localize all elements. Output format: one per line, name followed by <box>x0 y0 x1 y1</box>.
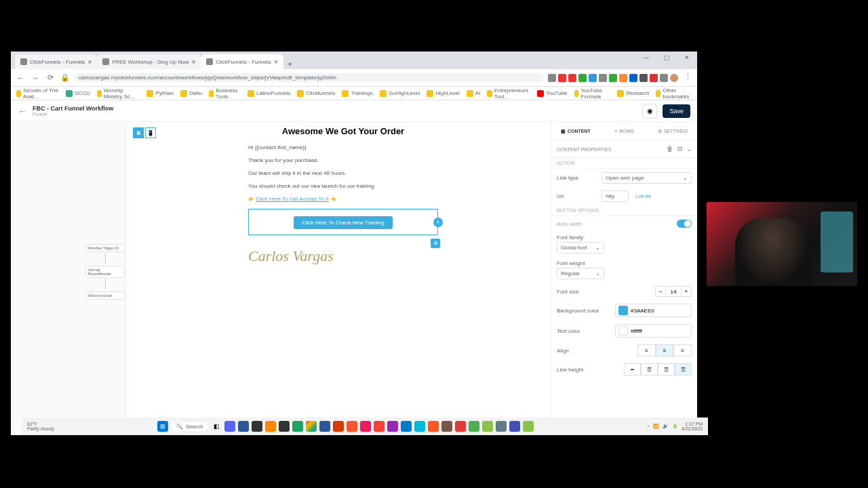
close-tab-icon[interactable]: × <box>274 58 278 66</box>
bookmark-item[interactable]: AI <box>467 90 481 97</box>
bookmark-item[interactable]: Trainings <box>342 90 373 97</box>
mobile-view-button[interactable]: 📱 <box>145 127 156 138</box>
ext-icon[interactable] <box>650 74 658 82</box>
bookmark-item[interactable]: Worship Ministry Sc... <box>97 87 140 100</box>
bookmark-item[interactable]: GoHighLevel <box>380 90 420 97</box>
background-color-field[interactable]: #3AAEE0 <box>615 304 692 317</box>
font-family-select[interactable]: Global font⌄ <box>557 242 604 253</box>
profile-avatar[interactable] <box>670 74 678 82</box>
ext-icon[interactable] <box>660 74 668 82</box>
bookmark-item[interactable]: Clickfunnels <box>297 90 335 97</box>
taskbar-app-icon[interactable] <box>333 421 344 432</box>
close-tab-icon[interactable]: × <box>191 58 195 66</box>
wifi-icon[interactable]: 📶 <box>653 424 659 429</box>
browser-tab[interactable]: ClickFunnels - Funnels× <box>201 54 283 69</box>
bookmark-item[interactable]: Business Tools <box>209 87 241 100</box>
tab-rows[interactable]: ≡ROWS <box>600 122 649 140</box>
taskbar-app-icon[interactable] <box>265 421 276 432</box>
menu-button[interactable]: ⋮ <box>682 73 693 83</box>
taskbar-app-icon[interactable] <box>469 421 479 432</box>
email-title[interactable]: Awesome We Got Your Order <box>248 126 438 136</box>
align-center-button[interactable]: ≡ <box>656 344 674 357</box>
cta-button[interactable]: Click Here To Check New Training <box>294 216 392 229</box>
add-block-button[interactable]: + <box>433 218 443 227</box>
bookmark-item[interactable]: Datto <box>180 90 202 97</box>
ext-icon[interactable] <box>639 74 648 82</box>
taskbar-app-icon[interactable] <box>224 421 235 432</box>
other-bookmarks[interactable]: Other bookmarks <box>656 87 692 100</box>
workflow-step[interactable]: Add tag: RecentMember <box>85 266 125 278</box>
browser-tab[interactable]: ClickFunnels - Funnels× <box>15 54 97 69</box>
email-greeting[interactable]: Hi {{contact.first_name}} <box>248 144 438 150</box>
clock-date[interactable]: 4/22/2023 <box>682 426 703 431</box>
bookmark-item[interactable]: Pythian <box>146 90 174 97</box>
close-button[interactable]: ✕ <box>677 52 697 64</box>
line-height-button[interactable]: ☰ <box>641 363 658 375</box>
taskbar-app-icon[interactable] <box>279 421 290 432</box>
taskbar-app-icon[interactable] <box>252 421 262 432</box>
increase-button[interactable]: + <box>681 286 692 297</box>
taskbar-app-icon[interactable] <box>509 421 520 432</box>
browser-tab[interactable]: FREE Workshop - Sing Up Now× <box>97 54 201 69</box>
new-tab-button[interactable]: + <box>283 60 297 69</box>
tab-content[interactable]: ▦CONTENT <box>551 122 600 140</box>
font-weight-select[interactable]: Regular⌄ <box>557 268 604 279</box>
button-block-selected[interactable]: Click Here To Check New Training + ⧉ <box>248 209 438 235</box>
auto-width-toggle[interactable] <box>677 220 692 228</box>
email-body-line[interactable]: You should check out our new launch for … <box>248 183 438 189</box>
battery-icon[interactable]: 🔋 <box>672 424 678 429</box>
align-right-button[interactable]: ≡ <box>673 344 692 357</box>
start-button[interactable]: ⊞ <box>157 421 168 432</box>
bookmark-item[interactable]: LatinoFunnels <box>248 90 290 97</box>
line-height-button[interactable]: ☰ <box>658 363 675 375</box>
taskbar-app-icon[interactable] <box>387 421 398 432</box>
tray-chevron-icon[interactable]: ^ <box>648 424 650 429</box>
link-file-link[interactable]: Link file <box>635 194 652 199</box>
reload-button[interactable]: ⟳ <box>45 73 56 83</box>
taskbar-app-icon[interactable] <box>441 421 452 432</box>
ext-icon[interactable] <box>609 74 617 82</box>
bookmark-item[interactable]: SCCU <box>66 90 90 97</box>
forward-button[interactable]: → <box>30 73 41 83</box>
minimize-button[interactable]: ― <box>636 52 656 64</box>
decrease-button[interactable]: − <box>655 286 666 297</box>
collapse-icon[interactable]: ⌄ <box>686 145 692 153</box>
bookmark-item[interactable]: YouTube Formula <box>574 87 611 100</box>
maximize-button[interactable]: ▢ <box>656 52 677 64</box>
url-input[interactable]: http <box>601 190 629 202</box>
taskbar-app-icon[interactable] <box>306 421 317 432</box>
workflow-step[interactable]: Welcome Email <box>85 291 125 300</box>
ext-icon[interactable] <box>578 74 587 82</box>
taskbar-app-icon[interactable] <box>401 421 412 432</box>
email-body-line[interactable]: Thank you for your purchase. <box>248 157 438 163</box>
ext-icon[interactable] <box>589 74 597 82</box>
bookmark-item[interactable]: Entrepreneurs Tool... <box>487 87 530 100</box>
taskbar-app-icon[interactable] <box>496 421 507 432</box>
duplicate-icon[interactable]: ⧉ <box>677 145 682 153</box>
task-view-button[interactable]: ◧ <box>211 421 222 432</box>
email-link[interactable]: Click Here To Get Access To It <box>256 196 328 202</box>
tab-settings[interactable]: ⚙SETTINGS <box>648 122 697 140</box>
bookmark-item[interactable]: Research <box>617 90 649 97</box>
taskbar-app-icon[interactable] <box>523 421 534 432</box>
back-arrow-button[interactable]: ← <box>18 106 27 117</box>
align-left-button[interactable]: ≡ <box>637 344 656 357</box>
preview-button[interactable]: ◉ <box>642 104 657 119</box>
taskbar-app-icon[interactable] <box>238 421 249 432</box>
taskbar-search[interactable]: 🔍 Search <box>171 422 208 431</box>
bookmark-item[interactable]: YouTube <box>537 90 567 97</box>
taskbar-app-icon[interactable] <box>414 421 425 432</box>
line-height-button[interactable]: ━ <box>624 363 641 375</box>
close-tab-icon[interactable]: × <box>87 58 92 66</box>
text-color-field[interactable]: #ffffff <box>615 324 692 338</box>
link-type-select[interactable]: Open web page⌄ <box>601 172 692 184</box>
weather-widget[interactable]: 82°F Partly cloudy <box>27 422 54 431</box>
email-body-line[interactable]: Our team will ship it in the next 48 hou… <box>248 170 438 176</box>
save-button[interactable]: Save <box>663 104 690 118</box>
taskbar-app-icon[interactable] <box>292 421 303 432</box>
taskbar-app-icon[interactable] <box>455 421 466 432</box>
signature-image[interactable]: Carlos Vargas <box>248 247 438 265</box>
desktop-view-button[interactable]: 🖥 <box>133 127 144 138</box>
ext-icon[interactable] <box>599 74 607 82</box>
ext-icon[interactable] <box>558 74 566 82</box>
